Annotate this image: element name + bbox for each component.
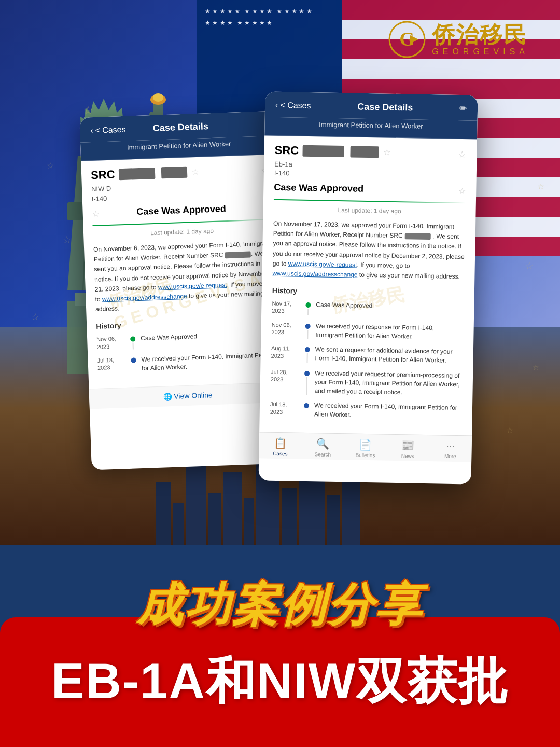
logo-icon: G (388, 21, 426, 58)
right-case-info: SRC ☆ Eb-1a I-140 (274, 144, 458, 185)
cases-nav-icon: 📋 (274, 437, 287, 449)
left-view-online-text[interactable]: 🌐 View Online (163, 391, 213, 400)
left-history-dot-0 (130, 337, 135, 342)
right-history-dot-0 (305, 302, 311, 308)
left-phone-title: Case Details (152, 121, 208, 134)
logo-chinese-text: 侨治移民 (432, 22, 529, 47)
right-history-item-4: Jul 18,2023 We received your Form I-140,… (270, 400, 463, 421)
right-case-redacted-1 (303, 145, 344, 157)
left-phone-content: SRC ☆ NIW D I-140 ☆ ☆ Case Was Approved … (81, 155, 286, 389)
logo-text-block: 侨治移民 GEORGEVISA (432, 22, 529, 57)
right-history-text-1: We received your response for Form I-140… (315, 322, 464, 342)
left-case-header-row: SRC ☆ NIW D I-140 ☆ (91, 162, 270, 208)
right-history-dot-4 (304, 403, 309, 408)
right-dot-col-1 (305, 322, 311, 339)
phones-container: ‹ < Cases Case Details Immigrant Petitio… (0, 93, 560, 482)
right-dot-col-2 (304, 345, 310, 363)
right-star-icon-right: ☆ (458, 149, 466, 160)
right-dot-col-3 (304, 369, 310, 395)
left-case-redacted-2 (161, 167, 188, 179)
bottom-banner-text: EB-1A和NIW双获批 (51, 648, 509, 716)
right-history-item-3: Jul 28,2023 We received your request for… (270, 368, 463, 398)
right-phone-subtitle: Immigrant Petition for Alien Worker (319, 120, 423, 130)
left-star-status-left: ☆ (92, 209, 100, 219)
right-case-description: On November 17, 2023, we approved your F… (272, 219, 465, 282)
right-status-divider (274, 199, 466, 203)
right-history-line-3 (306, 377, 307, 395)
right-history-item-2: Aug 11,2023 We sent a request for additi… (271, 344, 463, 365)
left-case-description: On November 6, 2023, we approved your Fo… (93, 239, 274, 314)
left-case-redacted-1 (119, 168, 156, 180)
right-phone-back-nav[interactable]: ‹ < Cases (275, 101, 311, 110)
right-history-text-3: We received your request for premium-pro… (314, 369, 463, 397)
left-chevron-icon: ‹ (90, 126, 93, 135)
left-star-icon: ☆ (191, 167, 199, 176)
left-phone-back-nav[interactable]: ‹ < Cases (90, 125, 126, 135)
right-bottom-nav: 📋 Cases 🔍 Search 📄 Bulletins 📰 News ··· … (259, 432, 472, 462)
right-case-suffix: Eb-1a (274, 160, 292, 169)
right-history-date-3: Jul 28,2023 (270, 368, 299, 395)
right-history-dot-1 (305, 324, 311, 329)
right-history-date-0: Nov 17,2023 (272, 300, 300, 315)
right-desc-redacted (405, 233, 431, 240)
left-status-divider (92, 219, 271, 226)
more-nav-icon: ··· (446, 440, 455, 452)
nav-search[interactable]: 🔍 Search (301, 437, 344, 458)
logo-english-text: GEORGEVISA (432, 47, 529, 57)
nav-more-label: More (444, 453, 456, 459)
left-uscis-link-2[interactable]: www.uscis.gov/addresschange (102, 293, 187, 303)
search-nav-icon: 🔍 (316, 437, 329, 450)
right-history-text-2: We sent a request for additional evidenc… (315, 345, 463, 366)
right-case-header-row: SRC ☆ Eb-1a I-140 ☆ (274, 144, 467, 185)
right-case-redacted-2 (351, 146, 379, 158)
left-history-date-0: Nov 06, 2023 (96, 335, 125, 350)
right-history-item-1: Nov 06,2023 We received your response fo… (271, 321, 464, 341)
nav-more[interactable]: ··· More (429, 439, 472, 460)
right-history-date-1: Nov 06,2023 (271, 321, 300, 339)
left-uscis-link-1[interactable]: www.uscis.gov/e-request (158, 281, 227, 291)
right-history-dot-2 (305, 347, 310, 352)
right-uscis-link-1[interactable]: www.uscis.gov/e-request (288, 260, 357, 268)
right-cases-link[interactable]: < Cases (280, 101, 311, 110)
left-history-list: Nov 06, 2023 Case Was Approved Jul 18, 2… (96, 329, 276, 374)
right-history-date-4: Jul 18,2023 (270, 400, 299, 419)
left-cases-link[interactable]: < Cases (95, 125, 126, 135)
right-history-text-4: We received your Form I-140, Immigrant P… (314, 402, 463, 422)
nav-cases[interactable]: 📋 Cases (259, 436, 302, 457)
right-case-number-row: SRC ☆ (274, 144, 458, 160)
left-case-number-row: SRC ☆ (91, 163, 261, 182)
bottom-banner: EB-1A和NIW双获批 (0, 617, 560, 747)
left-dot-col-0 (130, 335, 136, 350)
left-history-line-0 (132, 343, 133, 350)
right-history-line-1 (307, 330, 308, 339)
right-history-text-0: Case Was Approved (316, 300, 464, 318)
right-history-line-0 (307, 309, 309, 315)
left-phone-screen: ‹ < Cases Case Details Immigrant Petitio… (79, 111, 289, 471)
right-uscis-link-2[interactable]: www.uscis.gov/addresschange (272, 270, 357, 279)
left-history-date-1: Jul 18, 2023 (97, 356, 126, 374)
nav-news[interactable]: 📰 News (386, 439, 429, 459)
left-phone-subtitle: Immigrant Petition for Alien Worker (127, 140, 231, 151)
right-case-prefix: SRC (274, 144, 299, 158)
nav-bulletins[interactable]: 📄 Bulletins (344, 438, 387, 458)
right-phone-title: Case Details (357, 101, 413, 113)
right-phone-content: SRC ☆ Eb-1a I-140 ☆ Case Was Approved ☆ (259, 135, 477, 435)
success-text-chinese: 成功案例分享 (41, 582, 519, 628)
success-banner: 成功案例分享 (41, 582, 519, 628)
left-history-dot-1 (131, 357, 136, 363)
left-history-label: History (96, 316, 274, 330)
news-nav-icon: 📰 (401, 439, 414, 451)
right-edit-button[interactable]: ✏ (459, 103, 467, 114)
nav-bulletins-label: Bulletins (355, 452, 375, 459)
bulletins-nav-icon: 📄 (359, 438, 372, 451)
nav-cases-label: Cases (273, 451, 288, 457)
left-dot-col-1 (131, 355, 136, 373)
left-history-text-1: We received your Form I-140, Immigrant P… (141, 351, 276, 373)
nav-search-label: Search (314, 451, 331, 458)
left-history-item-1: Jul 18, 2023 We received your Form I-140… (97, 351, 276, 375)
right-history-label: History (272, 286, 464, 298)
left-case-info: SRC ☆ NIW D I-140 (91, 163, 262, 208)
right-history-item-0: Nov 17,2023 Case Was Approved (272, 300, 464, 318)
right-last-update: Last update: 1 day ago (274, 205, 466, 216)
left-history-item-0: Nov 06, 2023 Case Was Approved (96, 329, 275, 351)
